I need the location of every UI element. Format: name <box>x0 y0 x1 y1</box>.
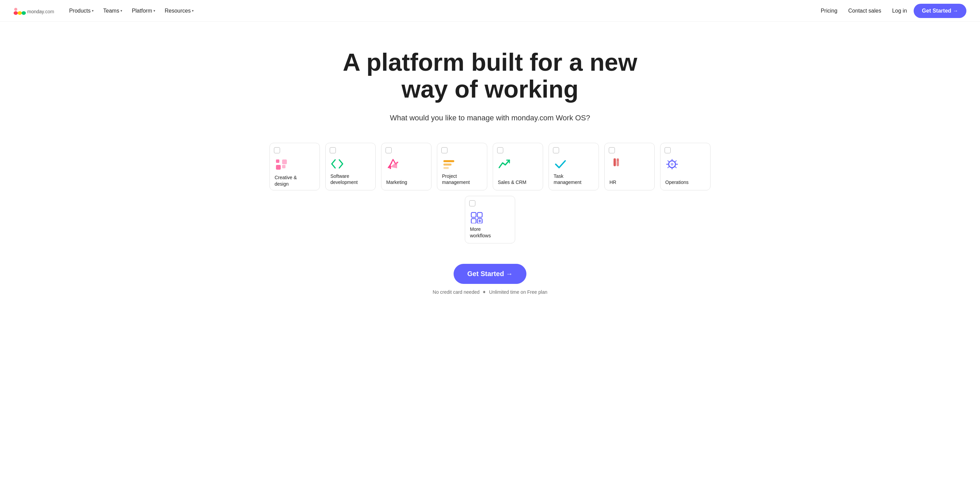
navbar: monday.com Products ▾ Teams ▾ Platform ▾… <box>0 0 980 22</box>
logo-icon <box>14 7 26 15</box>
nav-login[interactable]: Log in <box>888 5 911 17</box>
cta-section: Get Started → No credit card needed ✦ Un… <box>433 264 547 295</box>
svg-rect-10 <box>443 167 449 169</box>
svg-point-16 <box>671 163 673 166</box>
workflow-card-hr[interactable]: HR <box>605 143 655 190</box>
logo-text: monday.com <box>27 6 54 15</box>
workflow-grid: Creative &design Softwaredevelopment <box>269 143 711 243</box>
software-icon <box>331 158 371 170</box>
workflow-card-operations[interactable]: Operations <box>660 143 711 190</box>
cta-footnote: No credit card needed ✦ Unlimited time o… <box>433 289 547 295</box>
workflow-card-marketing[interactable]: Marketing <box>381 143 431 190</box>
nav-get-started-button[interactable]: Get Started → <box>914 4 966 18</box>
workflow-card-sales[interactable]: Sales & CRM <box>493 143 543 190</box>
svg-rect-18 <box>477 212 482 217</box>
svg-rect-8 <box>443 160 454 162</box>
more-icon <box>470 211 510 224</box>
svg-rect-6 <box>282 160 287 164</box>
card-label-sales: Sales & CRM <box>498 179 527 185</box>
creative-icon <box>275 158 315 172</box>
workflow-card-project[interactable]: Projectmanagement <box>437 143 487 190</box>
card-checkbox-hr[interactable] <box>609 147 615 153</box>
logo[interactable]: monday.com <box>14 6 54 15</box>
card-checkbox-sales[interactable] <box>497 147 503 153</box>
svg-point-14 <box>617 159 619 161</box>
chevron-down-icon: ▾ <box>92 9 94 13</box>
card-checkbox-project[interactable] <box>441 147 447 153</box>
card-checkbox-more[interactable] <box>469 200 476 206</box>
svg-point-2 <box>21 11 26 14</box>
svg-point-1 <box>18 11 22 14</box>
card-label-hr: HR <box>609 179 616 185</box>
nav-products[interactable]: Products ▾ <box>65 5 98 17</box>
chevron-down-icon: ▾ <box>121 9 122 13</box>
project-icon <box>442 158 482 170</box>
card-label-task: Taskmanagement <box>554 173 582 185</box>
nav-links: Products ▾ Teams ▾ Platform ▾ Resources … <box>65 5 198 17</box>
hero-section: A platform built for a new way of workin… <box>0 22 980 322</box>
workflow-card-more[interactable]: Moreworkflows <box>465 196 515 243</box>
operations-icon <box>665 158 705 170</box>
nav-pricing[interactable]: Pricing <box>817 5 842 17</box>
card-checkbox-marketing[interactable] <box>385 147 392 153</box>
marketing-icon <box>386 158 426 170</box>
nav-left: monday.com Products ▾ Teams ▾ Platform ▾… <box>14 5 198 17</box>
hero-get-started-button[interactable]: Get Started → <box>453 264 526 284</box>
card-label-project: Projectmanagement <box>442 173 470 185</box>
svg-rect-19 <box>471 219 476 224</box>
svg-point-13 <box>614 159 616 161</box>
card-checkbox-task[interactable] <box>553 147 559 153</box>
card-checkbox-creative[interactable] <box>274 147 280 153</box>
chevron-down-icon: ▾ <box>153 9 155 13</box>
nav-contact-sales[interactable]: Contact sales <box>844 5 885 17</box>
svg-rect-7 <box>282 165 285 168</box>
task-icon <box>554 158 594 170</box>
chevron-down-icon: ▾ <box>192 9 194 13</box>
hero-title: A platform built for a new way of workin… <box>337 49 643 103</box>
workflow-card-software[interactable]: Softwaredevelopment <box>325 143 375 190</box>
hr-icon <box>609 158 649 170</box>
card-checkbox-operations[interactable] <box>665 147 671 153</box>
card-label-operations: Operations <box>665 179 688 185</box>
svg-point-0 <box>14 11 18 14</box>
card-checkbox-software[interactable] <box>330 147 336 153</box>
footnote-right: Unlimited time on Free plan <box>489 289 547 295</box>
sales-icon <box>498 158 538 170</box>
footnote-divider: ✦ <box>482 289 486 295</box>
card-label-creative: Creative &design <box>275 174 297 187</box>
nav-right: Pricing Contact sales Log in Get Started… <box>817 4 966 18</box>
svg-point-3 <box>14 8 18 11</box>
card-label-marketing: Marketing <box>386 179 407 185</box>
svg-rect-9 <box>443 163 452 166</box>
nav-resources[interactable]: Resources ▾ <box>161 5 198 17</box>
card-label-more: Moreworkflows <box>470 226 491 238</box>
svg-rect-5 <box>276 160 279 163</box>
hero-subtitle: What would you like to manage with monda… <box>390 114 590 122</box>
svg-rect-17 <box>471 212 476 217</box>
svg-rect-4 <box>276 165 281 170</box>
nav-teams[interactable]: Teams ▾ <box>99 5 126 17</box>
card-label-software: Softwaredevelopment <box>331 173 358 185</box>
footnote-left: No credit card needed <box>433 289 480 295</box>
workflow-card-task[interactable]: Taskmanagement <box>549 143 599 190</box>
nav-platform[interactable]: Platform ▾ <box>127 5 159 17</box>
workflow-card-creative[interactable]: Creative &design <box>269 143 320 190</box>
